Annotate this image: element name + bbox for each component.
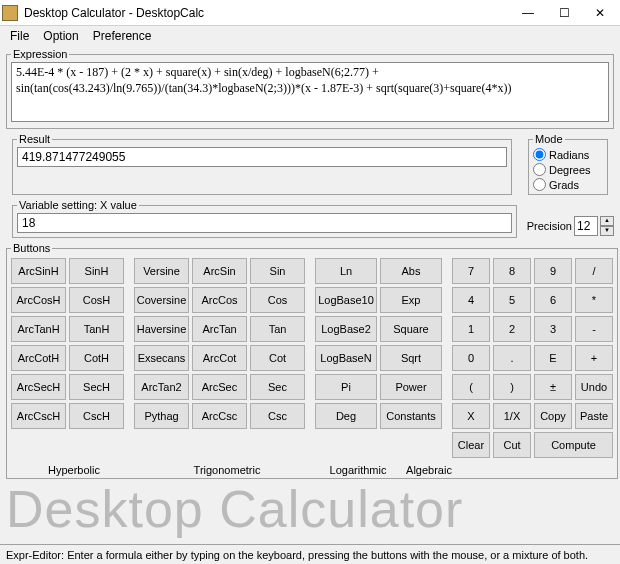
btn-la-constants[interactable]: Constants	[380, 403, 442, 429]
btn-num-3[interactable]: 3	[534, 316, 572, 342]
btn-la-ln[interactable]: Ln	[315, 258, 377, 284]
btn-hyp-coth[interactable]: CotH	[69, 345, 124, 371]
result-output[interactable]	[17, 147, 507, 167]
precision-up-button[interactable]: ▲	[600, 216, 614, 226]
maximize-button[interactable]: ☐	[546, 2, 582, 24]
btn-num-e[interactable]: E	[534, 345, 572, 371]
btn-trig-cot[interactable]: Cot	[250, 345, 305, 371]
btn-cut[interactable]: Cut	[493, 432, 531, 458]
variable-input[interactable]	[17, 213, 512, 233]
btn-hyp-arcsech[interactable]: ArcSecH	[11, 374, 66, 400]
btn-hyp-arccoth[interactable]: ArcCotH	[11, 345, 66, 371]
btn-num-[interactable]: )	[493, 374, 531, 400]
logalg-grid: LnAbsLogBase10ExpLogBase2SquareLogBaseNS…	[315, 258, 442, 458]
btn-hyp-arctanh[interactable]: ArcTanH	[11, 316, 66, 342]
btn-hyp-arccosh[interactable]: ArcCosH	[11, 287, 66, 313]
btn-trig-exsecans[interactable]: Exsecans	[134, 345, 189, 371]
label-alg: Algebraic	[399, 464, 459, 476]
btn-num-1x[interactable]: 1/X	[493, 403, 531, 429]
btn-la-power[interactable]: Power	[380, 374, 442, 400]
btn-num-2[interactable]: 2	[493, 316, 531, 342]
btn-num-[interactable]: (	[452, 374, 490, 400]
btn-num-1[interactable]: 1	[452, 316, 490, 342]
btn-num-[interactable]: .	[493, 345, 531, 371]
btn-trig-arcsin[interactable]: ArcSin	[192, 258, 247, 284]
btn-num-[interactable]: +	[575, 345, 613, 371]
btn-hyp-tanh[interactable]: TanH	[69, 316, 124, 342]
btn-trig-pythag[interactable]: Pythag	[134, 403, 189, 429]
btn-num-[interactable]: -	[575, 316, 613, 342]
variable-legend: Variable setting: X value	[17, 199, 139, 211]
btn-num-7[interactable]: 7	[452, 258, 490, 284]
btn-trig-tan[interactable]: Tan	[250, 316, 305, 342]
precision-down-button[interactable]: ▼	[600, 226, 614, 236]
btn-trig-arctan2[interactable]: ArcTan2	[134, 374, 189, 400]
btn-trig-arctan[interactable]: ArcTan	[192, 316, 247, 342]
btn-trig-arccsc[interactable]: ArcCsc	[192, 403, 247, 429]
menu-option[interactable]: Option	[37, 27, 84, 45]
btn-trig-sec[interactable]: Sec	[250, 374, 305, 400]
result-legend: Result	[17, 133, 52, 145]
expression-group: Expression	[6, 48, 614, 129]
section-labels: Hyperbolic Trigonometric Logarithmic Alg…	[11, 464, 613, 476]
big-title: Desktop Calculator	[0, 481, 620, 538]
btn-hyp-arccsch[interactable]: ArcCscH	[11, 403, 66, 429]
btn-num-5[interactable]: 5	[493, 287, 531, 313]
btn-trig-coversine[interactable]: Coversine	[134, 287, 189, 313]
btn-compute[interactable]: Compute	[534, 432, 613, 458]
btn-num-[interactable]: ±	[534, 374, 572, 400]
btn-num-[interactable]: *	[575, 287, 613, 313]
btn-num-undo[interactable]: Undo	[575, 374, 613, 400]
btn-hyp-csch[interactable]: CscH	[69, 403, 124, 429]
buttons-legend: Buttons	[11, 242, 52, 254]
btn-la-square[interactable]: Square	[380, 316, 442, 342]
btn-num-copy[interactable]: Copy	[534, 403, 572, 429]
btn-hyp-arcsinh[interactable]: ArcSinH	[11, 258, 66, 284]
expression-legend: Expression	[11, 48, 69, 60]
mode-degrees[interactable]: Degrees	[533, 162, 603, 177]
hyperbolic-grid: ArcSinHSinHArcCosHCosHArcTanHTanHArcCotH…	[11, 258, 124, 458]
mode-radians[interactable]: Radians	[533, 147, 603, 162]
btn-la-deg[interactable]: Deg	[315, 403, 377, 429]
btn-num-4[interactable]: 4	[452, 287, 490, 313]
btn-num-x[interactable]: X	[452, 403, 490, 429]
btn-la-sqrt[interactable]: Sqrt	[380, 345, 442, 371]
btn-la-logbase10[interactable]: LogBase10	[315, 287, 377, 313]
btn-trig-arccot[interactable]: ArcCot	[192, 345, 247, 371]
btn-clear[interactable]: Clear	[452, 432, 490, 458]
btn-la-logbasen[interactable]: LogBaseN	[315, 345, 377, 371]
btn-num-6[interactable]: 6	[534, 287, 572, 313]
minimize-button[interactable]: —	[510, 2, 546, 24]
precision-box: Precision ▲ ▼	[527, 216, 614, 240]
btn-la-exp[interactable]: Exp	[380, 287, 442, 313]
mode-legend: Mode	[533, 133, 565, 145]
close-button[interactable]: ✕	[582, 2, 618, 24]
numpad-grid: 789/456*123-0.E+()±UndoX1/XCopyPasteClea…	[452, 258, 613, 458]
btn-hyp-sech[interactable]: SecH	[69, 374, 124, 400]
btn-num-[interactable]: /	[575, 258, 613, 284]
btn-num-0[interactable]: 0	[452, 345, 490, 371]
btn-trig-arcsec[interactable]: ArcSec	[192, 374, 247, 400]
btn-num-paste[interactable]: Paste	[575, 403, 613, 429]
btn-num-8[interactable]: 8	[493, 258, 531, 284]
menu-preference[interactable]: Preference	[87, 27, 158, 45]
btn-trig-haversine[interactable]: Haversine	[134, 316, 189, 342]
expression-input[interactable]	[11, 62, 609, 122]
btn-la-abs[interactable]: Abs	[380, 258, 442, 284]
buttons-group: Buttons ArcSinHSinHArcCosHCosHArcTanHTan…	[6, 242, 618, 479]
btn-hyp-cosh[interactable]: CosH	[69, 287, 124, 313]
btn-trig-arccos[interactable]: ArcCos	[192, 287, 247, 313]
menu-file[interactable]: File	[4, 27, 35, 45]
btn-trig-sin[interactable]: Sin	[250, 258, 305, 284]
trig-grid: VersineArcSinSinCoversineArcCosCosHavers…	[134, 258, 305, 458]
btn-la-pi[interactable]: Pi	[315, 374, 377, 400]
btn-la-logbase2[interactable]: LogBase2	[315, 316, 377, 342]
btn-hyp-sinh[interactable]: SinH	[69, 258, 124, 284]
label-hyperbolic: Hyperbolic	[11, 464, 137, 476]
btn-num-9[interactable]: 9	[534, 258, 572, 284]
btn-trig-cos[interactable]: Cos	[250, 287, 305, 313]
btn-trig-versine[interactable]: Versine	[134, 258, 189, 284]
btn-trig-csc[interactable]: Csc	[250, 403, 305, 429]
mode-grads[interactable]: Grads	[533, 177, 603, 192]
precision-input[interactable]	[574, 216, 598, 236]
